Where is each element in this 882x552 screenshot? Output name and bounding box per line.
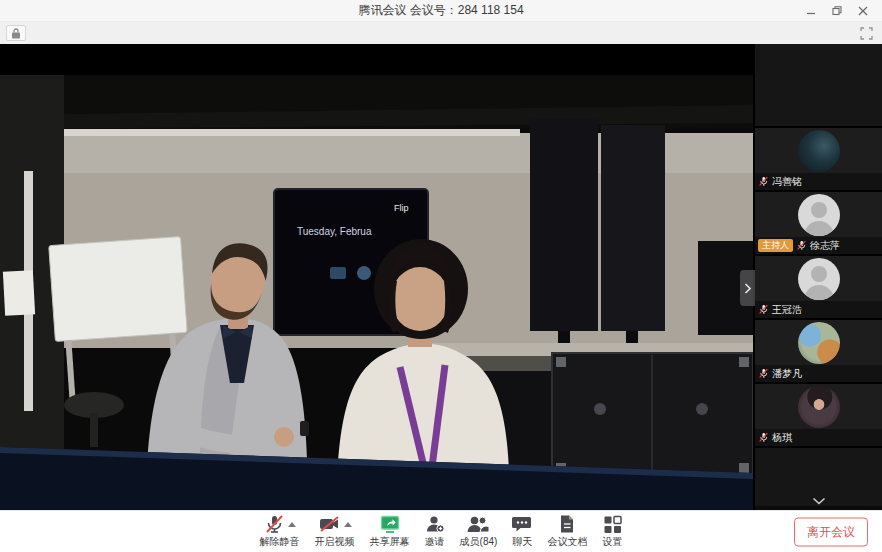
more-participants-button[interactable] <box>806 492 832 509</box>
minimize-button[interactable] <box>798 0 824 21</box>
window-controls <box>798 0 876 21</box>
minimize-icon <box>806 6 816 16</box>
mic-muted-icon <box>758 368 769 379</box>
meeting-toolbar: 解除静音 开启视频 <box>0 510 882 552</box>
participant-name-row: 王冠浩 <box>755 301 882 318</box>
toolbar-item-label: 开启视频 <box>315 535 355 549</box>
settings-icon <box>603 515 622 534</box>
leave-meeting-button[interactable]: 离开会议 <box>794 517 868 546</box>
chat-button[interactable]: 聊天 <box>512 514 532 549</box>
main-video[interactable]: Tuesday, Februa Flip <box>0 44 755 510</box>
meeting-docs-icon <box>558 514 576 534</box>
maximize-button[interactable] <box>824 0 850 21</box>
host-badge: 主持人 <box>758 239 793 252</box>
fullscreen-expand-icon <box>860 27 873 40</box>
start-video-button[interactable]: 开启视频 <box>315 514 355 549</box>
participant-name-row: 冯善铭 <box>755 173 882 190</box>
tv-screen-logo: Flip <box>394 203 409 213</box>
toolbar-item-label: 设置 <box>602 535 622 549</box>
participant-tile[interactable]: 王冠浩 <box>755 256 882 320</box>
invite-button[interactable]: 邀请 <box>425 514 445 549</box>
mic-options-caret[interactable] <box>288 522 296 527</box>
unmute-button[interactable]: 解除静音 <box>260 514 300 549</box>
avatar <box>798 322 840 364</box>
window-title: 腾讯会议 会议号：284 118 154 <box>358 2 523 19</box>
chat-icon <box>512 514 532 534</box>
invite-icon <box>425 514 445 534</box>
avatar <box>798 386 840 428</box>
avatar <box>798 194 840 236</box>
participant-tile[interactable]: 潘梦凡 <box>755 320 882 384</box>
toolbar-group: 解除静音 开启视频 <box>260 514 623 549</box>
title-bar: 腾讯会议 会议号：284 118 154 <box>0 0 882 22</box>
participant-name-row: 主持人 徐志萍 <box>755 237 882 254</box>
tv-screen-text: Tuesday, Februa <box>297 226 372 237</box>
avatar <box>798 130 840 172</box>
settings-button[interactable]: 设置 <box>602 514 622 549</box>
participants-sidebar: 冯善铭 主持人 徐志萍 <box>755 44 882 510</box>
camera-muted-icon <box>318 514 340 534</box>
chevron-down-icon <box>812 497 826 505</box>
chevron-right-icon <box>744 283 751 294</box>
mic-muted-icon <box>264 514 284 534</box>
meeting-docs-button[interactable]: 会议文档 <box>547 514 587 549</box>
fullscreen-button[interactable] <box>856 25 876 41</box>
share-screen-button[interactable]: 共享屏幕 <box>370 514 410 549</box>
mic-muted-icon <box>758 432 769 443</box>
participant-name-row: 潘梦凡 <box>755 365 882 382</box>
main-area: Tuesday, Februa Flip <box>0 44 882 510</box>
participant-name: 徐志萍 <box>810 239 840 253</box>
close-button[interactable] <box>850 0 876 21</box>
toolbar-item-label: 会议文档 <box>547 535 587 549</box>
meeting-window: 腾讯会议 会议号：284 118 154 <box>0 0 882 552</box>
toolbar-item-label: 邀请 <box>425 535 445 549</box>
toolbar-item-label: 聊天 <box>512 535 532 549</box>
share-screen-icon <box>379 514 401 534</box>
participant-name: 王冠浩 <box>772 303 802 317</box>
close-icon <box>858 6 868 16</box>
toolbar-item-label: 解除静音 <box>260 535 300 549</box>
members-icon <box>466 514 490 534</box>
participant-name: 冯善铭 <box>772 175 802 189</box>
participant-name: 潘梦凡 <box>772 367 802 381</box>
default-avatar-icon <box>798 258 840 300</box>
members-button[interactable]: 成员(84) <box>460 514 498 549</box>
participant-tile-partial[interactable] <box>755 44 882 128</box>
toolbar-item-label: 成员(84) <box>460 535 498 549</box>
mic-muted-icon <box>758 176 769 187</box>
sidebar-collapse-button[interactable] <box>740 270 755 306</box>
mic-muted-icon <box>758 304 769 315</box>
maximize-icon <box>832 6 842 16</box>
video-options-caret[interactable] <box>344 522 352 527</box>
default-avatar-icon <box>798 194 840 236</box>
participant-tile[interactable]: 冯善铭 <box>755 128 882 192</box>
meeting-info-bar <box>0 22 882 44</box>
avatar <box>798 258 840 300</box>
participant-name: 杨琪 <box>772 431 792 445</box>
participant-name-row: 杨琪 <box>755 429 882 446</box>
security-lock-icon <box>11 28 21 39</box>
security-lock-button[interactable] <box>6 25 26 41</box>
participant-tile[interactable]: 杨琪 <box>755 384 882 448</box>
mic-muted-icon <box>796 240 807 251</box>
video-feed: Tuesday, Februa Flip <box>0 75 753 510</box>
participant-tile[interactable]: 主持人 徐志萍 <box>755 192 882 256</box>
toolbar-item-label: 共享屏幕 <box>370 535 410 549</box>
